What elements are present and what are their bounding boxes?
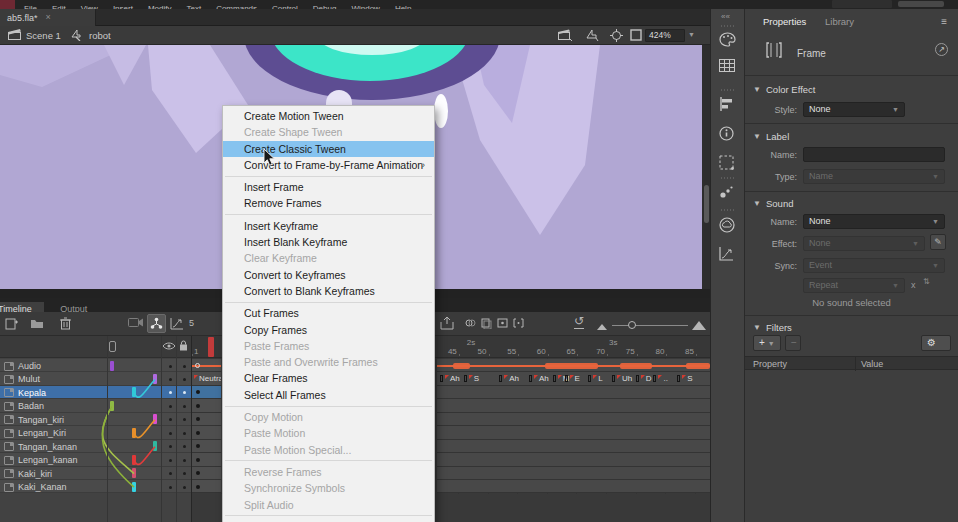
loop-playback-icon[interactable]: ↺: [574, 314, 584, 329]
frames-left-block[interactable]: [192, 426, 222, 439]
collapse-triangle-icon[interactable]: ▼: [753, 323, 761, 332]
frames-left-block[interactable]: [192, 440, 222, 453]
context-menu-item[interactable]: Insert Frame: [223, 179, 434, 195]
breadcrumb-symbol[interactable]: robot: [89, 30, 111, 41]
frames-left-block[interactable]: [192, 386, 222, 399]
frames-left-block[interactable]: [192, 453, 222, 466]
context-menu-item[interactable]: Reverse Frames: [223, 464, 434, 480]
onion-skin-outline-icon[interactable]: [481, 317, 492, 329]
sound-name-dropdown[interactable]: None▼: [803, 214, 945, 229]
label-name-input[interactable]: [803, 147, 945, 162]
add-filter-button[interactable]: + ▼: [753, 335, 781, 351]
frames-right-block[interactable]: [437, 399, 710, 412]
frames-left-block[interactable]: [192, 467, 222, 480]
frames-left-block[interactable]: [192, 359, 222, 372]
layer-row[interactable]: Kaki_kiri: [0, 467, 191, 480]
context-menu-item[interactable]: Convert to Blank Keyframes: [223, 283, 434, 299]
export-frames-icon[interactable]: [440, 317, 454, 330]
lock-dot[interactable]: [183, 391, 186, 394]
parent-marker[interactable]: [153, 441, 157, 451]
transform-panel-icon[interactable]: [719, 155, 737, 173]
menubar-item[interactable]: Debug: [313, 3, 337, 9]
info-panel-icon[interactable]: [719, 126, 737, 144]
parent-marker[interactable]: [132, 482, 136, 492]
filter-options-gear-icon[interactable]: ⚙ ▼: [921, 335, 951, 351]
lock-dot[interactable]: [183, 459, 186, 462]
collapse-panels-icon[interactable]: ««: [721, 12, 730, 21]
visibility-dot[interactable]: [169, 445, 172, 448]
context-menu-item[interactable]: Cut Frames: [223, 305, 434, 321]
menubar-item[interactable]: Window: [351, 3, 379, 9]
brush-library-icon[interactable]: [719, 185, 737, 203]
frames-right-block[interactable]: [437, 480, 710, 493]
section-sound[interactable]: Sound: [766, 198, 793, 209]
context-menu-item[interactable]: Paste and Overwrite Frames: [223, 354, 434, 370]
lock-dot[interactable]: [183, 472, 186, 475]
layer-row[interactable]: Tangan_kanan: [0, 440, 191, 453]
parent-marker[interactable]: [132, 455, 136, 465]
convert-arrow-icon[interactable]: ↗: [935, 43, 948, 56]
frames-left-block[interactable]: Neutral: [192, 372, 222, 385]
parent-marker[interactable]: [110, 401, 114, 411]
tab-properties[interactable]: Properties: [763, 16, 806, 27]
visibility-dot[interactable]: [169, 405, 172, 408]
close-tab-icon[interactable]: ×: [46, 13, 51, 22]
dock-drag-handle[interactable]: [721, 89, 735, 91]
creative-cloud-icon[interactable]: [719, 217, 737, 235]
modify-markers-icon[interactable]: [513, 317, 524, 329]
menubar-item[interactable]: File: [24, 3, 37, 9]
enlarge-frame-view-icon[interactable]: [692, 321, 706, 330]
section-color-effect[interactable]: Color Effect: [766, 84, 815, 95]
menubar-item[interactable]: Modify: [148, 3, 172, 9]
parent-marker[interactable]: [132, 468, 136, 478]
lock-dot[interactable]: [183, 432, 186, 435]
visibility-dot[interactable]: [169, 459, 172, 462]
frames-right-block[interactable]: AhSAhAhMELUhD..S: [437, 372, 710, 385]
frames-right-block[interactable]: [437, 386, 710, 399]
context-menu-item[interactable]: Create Shape Tween: [223, 124, 434, 140]
frames-right-block[interactable]: [437, 426, 710, 439]
lock-column-icon[interactable]: [179, 340, 188, 351]
layer-row[interactable]: Lengan_Kiri: [0, 426, 191, 439]
context-menu-item[interactable]: Split Audio: [223, 497, 434, 513]
dock-drag-handle[interactable]: [721, 177, 735, 179]
animate-logo-icon[interactable]: [0, 0, 15, 9]
delete-layer-icon[interactable]: [60, 317, 71, 330]
sound-effect-dropdown[interactable]: None▼: [803, 236, 925, 251]
visibility-dot[interactable]: [169, 486, 172, 489]
scrollbar-thumb[interactable]: [704, 185, 709, 223]
menubar-item[interactable]: Control: [272, 3, 298, 9]
layer-row[interactable]: Audio: [0, 359, 191, 372]
layer-row[interactable]: Mulut: [0, 372, 191, 385]
frames-right-block[interactable]: [437, 359, 710, 372]
zoom-level-dropdown[interactable]: 424%: [645, 29, 685, 42]
playhead[interactable]: [208, 337, 214, 357]
edit-multiple-frames-icon[interactable]: [497, 317, 508, 329]
layer-row[interactable]: Badan: [0, 399, 191, 412]
visibility-dot[interactable]: [169, 391, 172, 394]
edit-symbols-icon[interactable]: [585, 29, 599, 41]
shrink-frame-view-icon[interactable]: [597, 324, 607, 330]
menubar-item[interactable]: Edit: [52, 3, 66, 9]
layer-row[interactable]: Tangan_kiri: [0, 413, 191, 426]
frames-right-block[interactable]: [437, 453, 710, 466]
context-menu-item[interactable]: Clear Frames: [223, 370, 434, 386]
lock-dot[interactable]: [183, 445, 186, 448]
stage-vertical-scrollbar[interactable]: [702, 45, 710, 289]
swatches-icon[interactable]: [719, 59, 737, 77]
section-label[interactable]: Label: [766, 131, 789, 142]
lock-dot[interactable]: [183, 486, 186, 489]
style-dropdown[interactable]: None▼: [803, 102, 905, 117]
frames-right-block[interactable]: [437, 440, 710, 453]
context-menu-item[interactable]: Convert to Keyframes: [223, 267, 434, 283]
context-menu-item[interactable]: Paste Motion Special...: [223, 442, 434, 458]
frames-right-block[interactable]: [437, 413, 710, 426]
frames-left-block[interactable]: [192, 413, 222, 426]
layer-row[interactable]: Kaki_Kanan: [0, 480, 191, 493]
visibility-dot[interactable]: [169, 365, 172, 368]
context-menu-item[interactable]: Convert to Frame-by-Frame Animation›: [223, 157, 434, 173]
context-menu-item[interactable]: Clear Keyframe: [223, 250, 434, 266]
parent-marker[interactable]: [153, 414, 157, 424]
new-layer-icon[interactable]: [5, 317, 18, 330]
menubar-item[interactable]: Help: [395, 3, 411, 9]
